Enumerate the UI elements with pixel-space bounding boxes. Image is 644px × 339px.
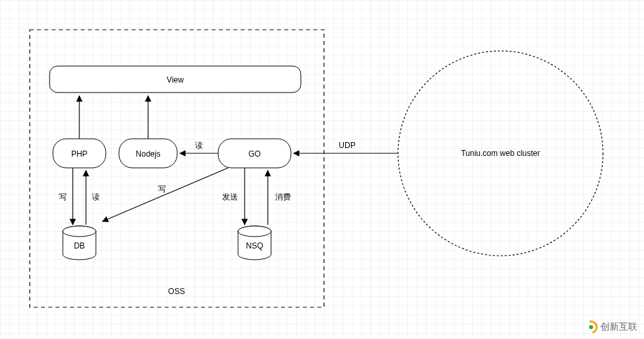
edge-udp-label: UDP (339, 141, 355, 150)
watermark-text: 创新互联 (600, 321, 637, 333)
svg-point-3 (238, 226, 271, 237)
nsq-label: NSQ (246, 241, 263, 250)
nodejs-label: Nodejs (136, 149, 160, 159)
edge-go-nodejs-label: 读 (195, 141, 203, 150)
cluster-label: Tuniu.com web cluster (461, 149, 540, 158)
watermark: 创新互联 (584, 320, 637, 334)
db-label: DB (74, 241, 85, 250)
architecture-diagram: OSS View PHP Nodejs GO DB NSQ Tuniu.com … (0, 0, 644, 339)
edge-consume-label: 消费 (275, 192, 291, 202)
edge-read-label: 读 (92, 192, 100, 202)
edge-write-label: 写 (59, 192, 67, 202)
watermark-logo-icon (584, 320, 598, 334)
oss-label: OSS (168, 287, 184, 296)
php-label: PHP (71, 149, 88, 159)
go-label: GO (249, 149, 261, 159)
svg-point-1 (63, 226, 96, 237)
view-label: View (167, 75, 184, 85)
edge-go-db-label: 写 (158, 184, 166, 194)
edge-go-db (102, 168, 228, 221)
edge-send-label: 发送 (222, 192, 238, 202)
